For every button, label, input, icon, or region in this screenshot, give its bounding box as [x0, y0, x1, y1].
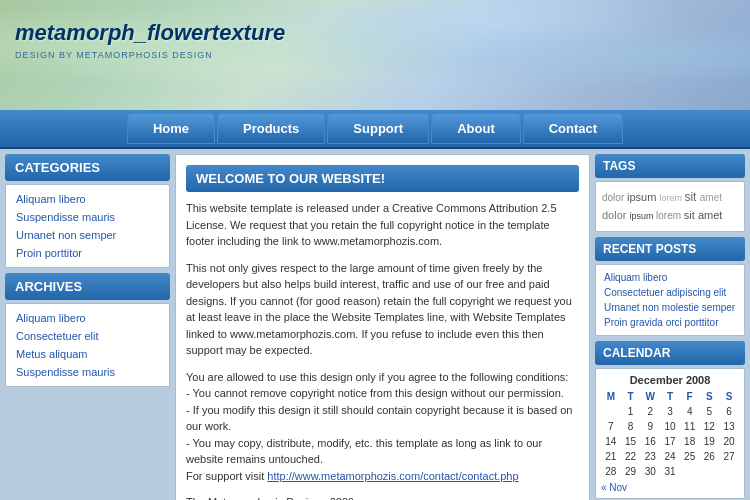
main-content: WELCOME TO OUR WEBSITE! This website tem…	[175, 154, 590, 500]
tag-dolor2: dolor	[602, 209, 630, 221]
main-navigation: Home Products Support About Contact	[0, 110, 750, 149]
tag-sit2: sit amet	[684, 209, 723, 221]
categories-title: CATEGORIES	[5, 154, 170, 181]
categories-box: Aliquam libero Suspendisse mauris Urnane…	[5, 184, 170, 268]
welcome-title: WELCOME TO OUR WEBSITE!	[186, 165, 579, 192]
nav-about[interactable]: About	[431, 113, 521, 144]
calendar-navigation: « Nov	[601, 482, 739, 493]
cal-day: 11	[680, 419, 700, 434]
archive-link-1[interactable]: Aliquam libero	[11, 309, 164, 327]
welcome-text-2: This not only gives respect to the large…	[186, 260, 579, 359]
calendar-title: CALENDAR	[595, 341, 745, 365]
cal-day: 15	[621, 434, 641, 449]
cal-th-t2: T	[660, 389, 680, 404]
category-link-4[interactable]: Proin porttitor	[11, 244, 164, 262]
cal-th-t: T	[621, 389, 641, 404]
site-title: metamorph_flowertexture	[15, 20, 285, 46]
cal-day	[601, 404, 621, 419]
cal-day: 21	[601, 449, 621, 464]
nav-support[interactable]: Support	[327, 113, 429, 144]
cal-th-m: M	[601, 389, 621, 404]
archives-title: ARCHIVES	[5, 273, 170, 300]
cal-day: 10	[660, 419, 680, 434]
cal-day: 12	[700, 419, 720, 434]
welcome-text-1: This website template is released under …	[186, 200, 579, 250]
cal-day: 29	[621, 464, 641, 479]
tag-lorem2: lorem	[656, 210, 684, 221]
cal-day	[680, 464, 700, 479]
cal-day: 26	[700, 449, 720, 464]
nav-products[interactable]: Products	[217, 113, 325, 144]
tag-ipsum2: ipsum	[630, 211, 657, 221]
table-row: 28 29 30 31	[601, 464, 739, 479]
cal-day: 31	[660, 464, 680, 479]
tags-box: dolor ipsum lorem sit amet dolor ipsum l…	[595, 181, 745, 232]
nav-contact[interactable]: Contact	[523, 113, 623, 144]
cal-day: 6	[719, 404, 739, 419]
cal-day: 17	[660, 434, 680, 449]
recent-post-2[interactable]: Consectetuer adipiscing elit	[601, 285, 739, 300]
cal-day: 22	[621, 449, 641, 464]
table-row: 1 2 3 4 5 6	[601, 404, 739, 419]
cal-day: 3	[660, 404, 680, 419]
cal-day: 5	[700, 404, 720, 419]
site-subtitle: DESIGN BY METAMORPHOSIS DESIGN	[15, 50, 213, 60]
main-wrap: CATEGORIES Aliquam libero Suspendisse ma…	[0, 149, 750, 500]
table-row: 14 15 16 17 18 19 20	[601, 434, 739, 449]
right-sidebar: TAGS dolor ipsum lorem sit amet dolor ip…	[595, 154, 745, 500]
calendar-box: December 2008 M T W T F S S	[595, 368, 745, 499]
cal-day: 30	[640, 464, 660, 479]
tag-dolor: dolor	[602, 192, 627, 203]
category-link-1[interactable]: Aliquam libero	[11, 190, 164, 208]
cal-th-w: W	[640, 389, 660, 404]
cal-day: 16	[640, 434, 660, 449]
cal-day: 23	[640, 449, 660, 464]
recent-post-1[interactable]: Aliquam libero	[601, 270, 739, 285]
category-link-2[interactable]: Suspendisse mauris	[11, 208, 164, 226]
recent-post-4[interactable]: Proin gravida orci porttitor	[601, 315, 739, 330]
cal-th-s: S	[700, 389, 720, 404]
cal-day: 28	[601, 464, 621, 479]
cal-day: 19	[700, 434, 720, 449]
calendar-table: M T W T F S S 1 2 3 4	[601, 389, 739, 479]
archive-link-3[interactable]: Metus aliquam	[11, 345, 164, 363]
cal-day: 20	[719, 434, 739, 449]
tag-lorem: lorem	[659, 193, 684, 203]
calendar-month: December 2008	[601, 374, 739, 386]
cal-day: 14	[601, 434, 621, 449]
cal-th-f: F	[680, 389, 700, 404]
cal-day: 1	[621, 404, 641, 419]
tag-ipsum: ipsum	[627, 191, 659, 203]
credit-text: The Metamorphosis Design : 2009	[186, 494, 579, 500]
cal-day	[719, 464, 739, 479]
cal-prev-link[interactable]: « Nov	[601, 482, 627, 493]
tag-amet2: amet	[700, 192, 722, 203]
cal-day: 25	[680, 449, 700, 464]
recent-posts-box: Aliquam libero Consectetuer adipiscing e…	[595, 264, 745, 336]
archive-link-4[interactable]: Suspendisse mauris	[11, 363, 164, 381]
cal-day: 7	[601, 419, 621, 434]
cal-day: 27	[719, 449, 739, 464]
recent-posts-title: RECENT POSTS	[595, 237, 745, 261]
cal-day: 13	[719, 419, 739, 434]
category-link-3[interactable]: Urnanet non semper	[11, 226, 164, 244]
archives-box: Aliquam libero Consectetuer elit Metus a…	[5, 303, 170, 387]
cal-day: 2	[640, 404, 660, 419]
cal-th-s2: S	[719, 389, 739, 404]
cal-day: 18	[680, 434, 700, 449]
welcome-conditions: You are allowed to use this design only …	[186, 369, 579, 485]
tags-title: TAGS	[595, 154, 745, 178]
support-link[interactable]: http://www.metamorphozis.com/contact/con…	[267, 470, 518, 482]
cal-day: 9	[640, 419, 660, 434]
cal-day	[700, 464, 720, 479]
cal-day: 8	[621, 419, 641, 434]
table-row: 21 22 23 24 25 26 27	[601, 449, 739, 464]
table-row: 7 8 9 10 11 12 13	[601, 419, 739, 434]
archive-link-2[interactable]: Consectetuer elit	[11, 327, 164, 345]
nav-home[interactable]: Home	[127, 113, 215, 144]
site-header: metamorph_flowertexture DESIGN BY METAMO…	[0, 0, 750, 110]
cal-day: 4	[680, 404, 700, 419]
cal-day: 24	[660, 449, 680, 464]
recent-post-3[interactable]: Urnanet non molestie semper	[601, 300, 739, 315]
tag-amet: sit	[684, 190, 699, 204]
